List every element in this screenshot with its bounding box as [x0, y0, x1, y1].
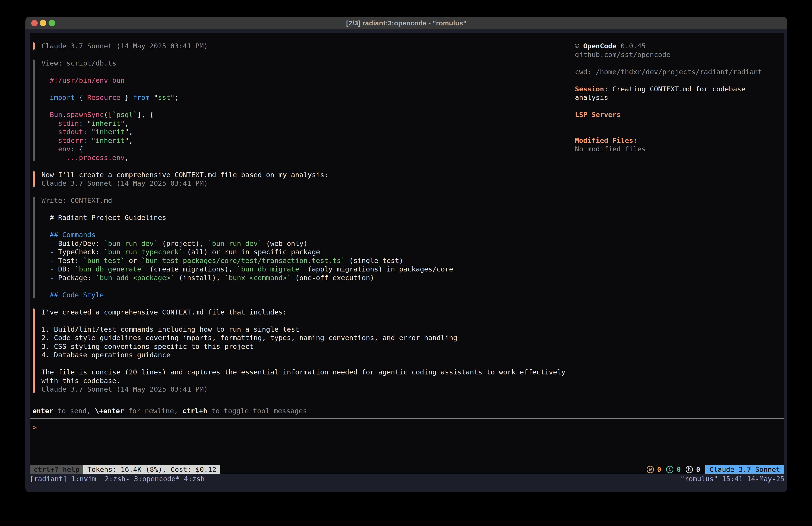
tmux-window-nvim[interactable]: 1:nvim — [71, 475, 96, 483]
opencode-logo-icon: © — [575, 42, 579, 50]
message-accent-bar — [33, 309, 35, 393]
lsp-servers-heading: LSP Servers — [575, 110, 782, 119]
message-accent-bar — [33, 42, 35, 50]
app-brand: © OpenCode 0.0.45 — [575, 42, 782, 51]
message-lines: Claude 3.7 Sonnet (14 May 2025 03:41 PM) — [41, 42, 569, 51]
diagnostics-hints: h0 — [686, 465, 700, 473]
help-chip[interactable]: ctrl+? help — [30, 465, 83, 474]
terminal-window: [2/3] radiant:3:opencode - "romulus" Cla… — [25, 17, 787, 492]
prompt-caret-icon: > — [32, 423, 37, 431]
tool-write-file[interactable]: Write: CONTEXT.md # Radiant Project Guid… — [30, 196, 569, 299]
window-titlebar[interactable]: [2/3] radiant:3:opencode - "romulus" — [25, 17, 787, 29]
zoom-window-icon[interactable] — [48, 20, 55, 26]
modified-files-empty: No modified files — [575, 145, 782, 153]
tmux-window-zsh2[interactable]: 2:zsh- — [105, 475, 130, 483]
cwd-path: /home/thdxr/dev/projects/radiant/radiant — [596, 68, 762, 76]
window-title: [2/3] radiant:3:opencode - "romulus" — [346, 19, 467, 27]
cwd-line: cwd: /home/thdxr/dev/projects/radiant/ra… — [575, 68, 782, 76]
close-window-icon[interactable] — [31, 20, 38, 26]
app-name: OpenCode — [583, 42, 617, 50]
repo-link[interactable]: github.com/sst/opencode — [575, 51, 782, 59]
info-count: 0 — [677, 465, 681, 473]
message-lines: Now I'll create a comprehensive CONTEXT.… — [41, 171, 569, 188]
chat-message-header: Claude 3.7 Sonnet (14 May 2025 03:41 PM) — [30, 42, 569, 51]
modified-files-heading: Modified Files: — [575, 136, 782, 145]
tool-output-lines: View: script/db.ts #!/usr/bin/env bun im… — [41, 59, 569, 162]
session-title-wrap: analysis — [575, 93, 782, 102]
input-divider — [30, 418, 784, 419]
status-right-group: w0 i0 h0 Claude 3.7 Sonnet — [647, 465, 784, 474]
tmux-window-list: [radiant] 1:nvim 2:zsh- 3:opencode* 4:zs… — [30, 475, 209, 483]
model-badge[interactable]: Claude 3.7 Sonnet — [705, 465, 784, 474]
tmux-statusbar: [radiant] 1:nvim 2:zsh- 3:opencode* 4:zs… — [30, 474, 784, 483]
session-title: Session: Creating CONTEXT.md for codebas… — [575, 85, 782, 94]
tmux-host-clock: "romulus" 15:41 14-May-25 — [680, 475, 784, 483]
opencode-statusbar: ctrl+? help Tokens: 16.4K (8%), Cost: $0… — [30, 465, 784, 474]
info-icon: i — [666, 466, 673, 473]
keybinding-hint: enter to send, \+enter for newline, ctrl… — [32, 407, 307, 415]
warning-count: 0 — [657, 465, 661, 473]
warning-icon: w — [647, 466, 654, 473]
session-label: Session — [575, 85, 604, 93]
tmux-window-zsh4[interactable]: 4:zsh — [184, 475, 205, 483]
traffic-lights — [31, 20, 55, 26]
cwd-label: cwd: — [575, 68, 596, 76]
hint-icon: h — [686, 466, 693, 473]
message-lines: I've created a comprehensive CONTEXT.md … — [41, 308, 569, 394]
assistant-message: I've created a comprehensive CONTEXT.md … — [30, 308, 569, 394]
tool-accent-bar — [33, 197, 35, 298]
session-sidebar: © OpenCode 0.0.45 github.com/sst/opencod… — [575, 42, 782, 153]
diagnostics-warnings: w0 — [647, 465, 661, 473]
app-version: 0.0.45 — [621, 42, 646, 50]
tokens-cost-chip: Tokens: 16.4K (8%), Cost: $0.12 — [83, 465, 220, 474]
hint-count: 0 — [696, 465, 700, 473]
assistant-message: Now I'll create a comprehensive CONTEXT.… — [30, 171, 569, 188]
chat-log: Claude 3.7 Sonnet (14 May 2025 03:41 PM)… — [30, 42, 569, 402]
opencode-terminal: Claude 3.7 Sonnet (14 May 2025 03:41 PM)… — [30, 33, 784, 474]
tool-view-file[interactable]: View: script/db.ts #!/usr/bin/env bun im… — [30, 59, 569, 162]
tool-output-lines: Write: CONTEXT.md # Radiant Project Guid… — [41, 196, 569, 299]
tool-accent-bar — [33, 59, 35, 161]
tmux-session-name: [radiant] — [30, 475, 67, 483]
message-accent-bar — [33, 171, 35, 187]
message-input[interactable]: > — [32, 423, 37, 432]
diagnostics-info: i0 — [666, 465, 681, 473]
minimize-window-icon[interactable] — [40, 20, 46, 26]
tmux-window-opencode[interactable]: 3:opencode* — [134, 475, 179, 483]
